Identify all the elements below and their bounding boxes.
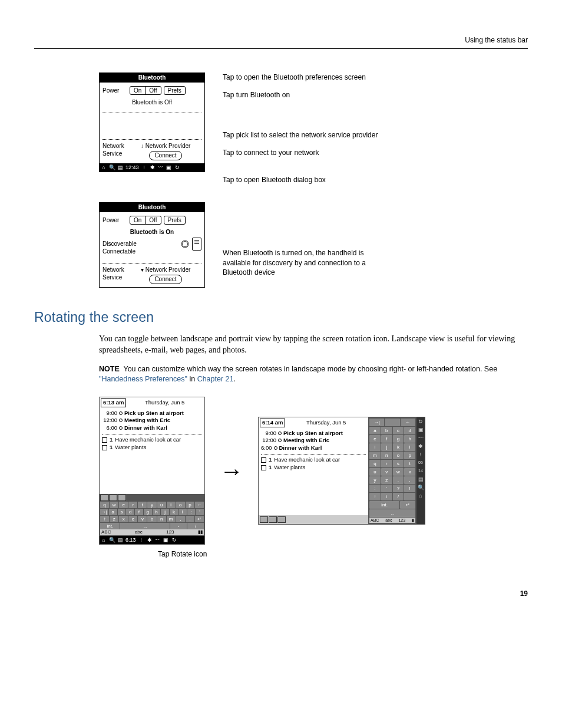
key[interactable]: ↑	[100, 516, 109, 522]
int-key[interactable]: int.	[100, 523, 120, 529]
key[interactable]: ↑	[369, 493, 381, 500]
key[interactable]: m	[167, 516, 176, 522]
key[interactable]: w	[393, 468, 404, 476]
key[interactable]: q	[369, 460, 381, 467]
key[interactable]: m	[369, 452, 381, 459]
home-icon[interactable]: ⌂	[101, 537, 107, 543]
slash-key[interactable]: /	[187, 523, 204, 529]
key[interactable]: z	[110, 516, 118, 522]
key[interactable]: c	[393, 427, 404, 434]
input-tab[interactable]	[260, 516, 268, 523]
prefs-button[interactable]: Prefs	[164, 216, 186, 225]
key[interactable]: h	[404, 435, 415, 443]
dash-key[interactable]: -	[170, 523, 187, 529]
mode-abc-lower[interactable]: abc	[135, 529, 143, 536]
input-tab[interactable]	[277, 516, 286, 523]
menu-icon[interactable]: ▤	[117, 537, 123, 543]
input-tab[interactable]	[109, 495, 117, 501]
menu-icon[interactable]: ▤	[416, 475, 425, 483]
key[interactable]: k	[393, 443, 404, 451]
agenda-time-box[interactable]: 6:14 am	[260, 419, 285, 427]
key[interactable]: r	[381, 460, 392, 467]
key[interactable]: u	[157, 502, 166, 508]
mode-abc-upper[interactable]: ABC	[101, 529, 111, 536]
prefs-button[interactable]: Prefs	[164, 86, 186, 95]
agenda-time-box[interactable]: 6:13 am	[101, 398, 126, 407]
input-tab[interactable]	[118, 495, 126, 501]
key[interactable]: \	[381, 493, 392, 500]
key[interactable]: t	[404, 460, 415, 467]
keyboard-row[interactable]: qwertyuiop←	[100, 502, 204, 508]
int-key[interactable]: int.	[369, 501, 399, 509]
power-off-option[interactable]: Off	[146, 87, 160, 95]
key[interactable]: d	[126, 509, 134, 515]
key[interactable]: r	[128, 502, 137, 508]
landscape-keyboard[interactable]: →|← abcd efgh ijkl mnop qrst uvwx yz., :…	[368, 417, 416, 524]
home-icon[interactable]: ⌂	[416, 492, 425, 500]
bluetooth-icon[interactable]: ✱	[147, 537, 153, 543]
network-provider-dropdown[interactable]: ↓ Network Provider	[141, 142, 191, 150]
key[interactable]: .	[393, 476, 404, 484]
return-key[interactable]: ↵	[400, 501, 415, 509]
mode-abc-upper[interactable]: ABC	[371, 518, 379, 523]
key[interactable]: e	[369, 435, 381, 443]
key[interactable]: v	[381, 468, 392, 476]
checkbox-icon[interactable]	[102, 437, 107, 443]
checkbox-icon[interactable]	[102, 445, 107, 450]
chapter-21-link[interactable]: Chapter 21	[197, 375, 234, 383]
rotate-icon[interactable]: ↻	[171, 537, 177, 543]
checkbox-icon[interactable]	[261, 465, 266, 470]
power-toggle[interactable]: On Off	[130, 216, 161, 225]
connect-button[interactable]: Connect	[149, 275, 181, 284]
key[interactable]: b	[147, 516, 156, 522]
key[interactable]: l	[178, 509, 187, 515]
key[interactable]: p	[404, 452, 415, 459]
connect-button[interactable]: Connect	[149, 151, 181, 160]
key[interactable]: .	[186, 516, 194, 522]
key[interactable]: s	[393, 460, 404, 467]
key[interactable]: !	[404, 485, 415, 492]
keyboard-row[interactable]: ↑zxcvbnm,.↵	[100, 516, 204, 522]
rotate-icon[interactable]: ↻	[174, 164, 180, 170]
key[interactable]: o	[176, 502, 185, 508]
input-area[interactable]: qwertyuiop← →|asdfghjkl:' ↑zxcvbnm,.↵ in…	[100, 494, 204, 536]
checkbox-icon[interactable]	[261, 457, 266, 463]
key[interactable]: g	[393, 435, 404, 443]
key[interactable]: ?	[393, 485, 404, 492]
fullscreen-icon[interactable]: ▣	[163, 537, 169, 543]
key[interactable]: f	[135, 509, 143, 515]
key[interactable]: d	[404, 427, 415, 434]
key[interactable]: k	[170, 509, 178, 515]
menu-icon[interactable]: ▤	[117, 164, 123, 170]
key[interactable]: l	[404, 443, 415, 451]
key[interactable]: f	[381, 435, 392, 443]
key[interactable]: '	[196, 509, 204, 515]
key[interactable]: z	[381, 476, 392, 484]
mode-extra[interactable]: ▮	[412, 518, 414, 523]
key[interactable]: b	[381, 427, 392, 434]
key[interactable]: c	[128, 516, 137, 522]
key[interactable]: x	[404, 468, 415, 476]
key[interactable]: '	[381, 485, 392, 492]
alert-icon[interactable]: !	[138, 537, 144, 543]
space-key[interactable]: ⎵	[369, 509, 415, 517]
mode-123[interactable]: 123	[166, 529, 174, 536]
key[interactable]: t	[138, 502, 147, 508]
input-tab[interactable]	[100, 495, 108, 501]
key[interactable]: n	[381, 452, 392, 459]
bluetooth-icon[interactable]: ✱	[416, 442, 425, 450]
power-toggle[interactable]: On Off	[130, 86, 161, 95]
home-icon[interactable]: ⌂	[101, 164, 107, 170]
key[interactable]: j	[381, 443, 392, 451]
find-icon[interactable]: 🔍	[109, 164, 115, 170]
key[interactable]: /	[393, 493, 404, 500]
key[interactable]: v	[138, 516, 147, 522]
key[interactable]: i	[167, 502, 176, 508]
key[interactable]: ,	[176, 516, 185, 522]
mode-abc-lower[interactable]: abc	[385, 518, 392, 523]
key[interactable]: x	[119, 516, 128, 522]
network-provider-dropdown[interactable]: ▾ Network Provider	[141, 266, 191, 274]
key[interactable]: u	[369, 468, 381, 476]
alert-icon[interactable]: !	[416, 450, 425, 459]
keyboard-row[interactable]: int. ⎵ - /	[100, 523, 204, 529]
